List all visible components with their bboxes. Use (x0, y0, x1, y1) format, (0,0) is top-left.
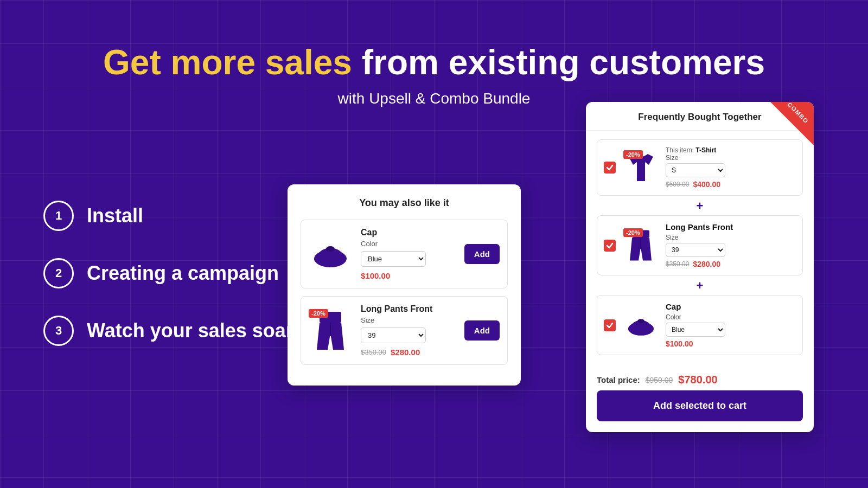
plus-divider-1: + (597, 199, 803, 213)
upsell-cap-price-sale: $100.00 (361, 271, 390, 280)
step-2: 2 Creating a campaign (43, 258, 293, 288)
upsell-item-cap: Cap Color Blue Red Black $100.00 Add (301, 220, 508, 288)
combo-item-cap: Cap Color Blue Red Black $100.00 (597, 295, 803, 355)
upsell-pants-add-button[interactable]: Add (464, 320, 500, 341)
upsell-pants-price-sale: $280.00 (391, 348, 420, 357)
combo-cap-prices: $100.00 (666, 339, 796, 348)
cap-svg-combo (626, 312, 656, 338)
hero-title-white2: from existing customers (362, 43, 765, 82)
total-sale: $780.00 (678, 374, 717, 386)
combo-body: -20% This item: T-Shirt Size S M L $500.… (586, 131, 814, 367)
upsell-pants-name: Long Pants Front (361, 304, 456, 314)
upsell-pants-price-original: $350.00 (361, 348, 386, 356)
step-1: 1 Install (43, 201, 293, 231)
checkbox-check-icon-2 (606, 242, 614, 249)
combo-tshirt-prices: $500.00 $400.00 (666, 180, 796, 189)
step-3: 3 Watch your sales soar (43, 316, 293, 346)
combo-cap-details: Cap Color Blue Red Black $100.00 (666, 302, 796, 348)
add-to-cart-button[interactable]: Add selected to cart (597, 390, 803, 421)
combo-tshirt-price-sale: $400.00 (693, 180, 720, 189)
upsell-widget-title: You may also like it (301, 197, 508, 209)
combo-pants-size-select[interactable]: 39 40 41 (666, 243, 725, 257)
step-1-label: Install (87, 204, 143, 227)
combo-pants-discount: -20% (623, 228, 643, 237)
hero-title: Get more sales from existing customers (0, 43, 868, 81)
combo-pants-details: Long Pants Front Size 39 40 41 $350.00 $… (666, 222, 796, 268)
steps-section: 1 Install 2 Creating a campaign 3 Watch … (43, 201, 293, 346)
upsell-pants-discount-badge: -20% (309, 309, 328, 318)
combo-pants-attr-label: Size (666, 234, 796, 241)
total-row: Total price: $950.00 $780.00 (586, 367, 814, 390)
combo-item-pants: -20% Long Pants Front Size 39 40 41 $350… (597, 215, 803, 275)
combo-cap-attr-label: Color (666, 313, 796, 321)
upsell-cap-prices: $100.00 (361, 271, 456, 280)
step-2-label: Creating a campaign (87, 262, 279, 285)
checkbox-check-icon (606, 164, 614, 171)
combo-tshirt-details: This item: T-Shirt Size S M L $500.00 $4… (666, 146, 796, 189)
upsell-cap-name: Cap (361, 228, 456, 237)
svg-rect-8 (628, 327, 639, 330)
upsell-pants-details: Long Pants Front Size 39 40 41 $350.00 $… (361, 304, 456, 357)
combo-cap-color-select[interactable]: Blue Red Black (666, 323, 725, 337)
total-original: $950.00 (646, 376, 673, 384)
hero-title-highlight: Get more sales (103, 43, 352, 82)
combo-cap-image (623, 308, 658, 343)
upsell-cap-image (309, 233, 352, 276)
combo-pants-prices: $350.00 $280.00 (666, 260, 796, 268)
combo-tshirt-checkbox[interactable] (604, 162, 616, 174)
combo-pants-name: Long Pants Front (666, 222, 796, 232)
step-2-circle: 2 (43, 258, 74, 288)
hero-section: Get more sales from existing customers w… (0, 43, 868, 107)
combo-tshirt-attr-label: Size (666, 154, 796, 162)
svg-point-2 (326, 246, 335, 252)
combo-widget: COMBO Frequently Bought Together -20% Th… (586, 102, 814, 432)
combo-cap-name: Cap (666, 302, 796, 311)
upsell-cap-details: Cap Color Blue Red Black $100.00 (361, 228, 456, 280)
upsell-cap-color-select[interactable]: Blue Red Black (361, 251, 426, 267)
combo-cap-checkbox[interactable] (604, 319, 616, 331)
upsell-cap-add-button[interactable]: Add (464, 244, 500, 264)
combo-cap-price-sale: $100.00 (666, 339, 693, 348)
combo-tshirt-price-orig: $500.00 (666, 181, 689, 188)
cap-svg-upsell (311, 238, 349, 271)
upsell-pants-attr-label: Size (361, 316, 456, 324)
step-3-circle: 3 (43, 316, 74, 346)
upsell-cap-attr-label: Color (361, 240, 456, 248)
plus-divider-2: + (597, 279, 803, 293)
combo-pants-price-sale: $280.00 (693, 260, 720, 268)
step-3-label: Watch your sales soar (87, 319, 293, 342)
upsell-item-pants: -20% Long Pants Front Size 39 40 41 $350… (301, 296, 508, 365)
checkbox-check-icon-3 (606, 322, 614, 329)
combo-item-tshirt: -20% This item: T-Shirt Size S M L $500.… (597, 139, 803, 196)
combo-tshirt-item-label: This item: T-Shirt (666, 146, 796, 154)
combo-tshirt-discount: -20% (623, 150, 643, 159)
combo-pants-price-orig: $350.00 (666, 260, 689, 268)
upsell-pants-prices: $350.00 $280.00 (361, 348, 456, 357)
svg-point-9 (637, 319, 644, 323)
combo-badge-container: COMBO (770, 102, 814, 145)
combo-pants-image: -20% (623, 228, 658, 263)
combo-tshirt-image: -20% (623, 150, 658, 185)
total-label: Total price: (597, 375, 640, 384)
combo-pants-checkbox[interactable] (604, 240, 616, 252)
upsell-pants-size-select[interactable]: 39 40 41 (361, 328, 426, 343)
svg-rect-1 (314, 257, 328, 261)
step-1-circle: 1 (43, 201, 74, 231)
upsell-pants-image: -20% (309, 309, 352, 352)
upsell-widget: You may also like it Cap Color Blue Red … (288, 184, 521, 386)
combo-tshirt-size-select[interactable]: S M L (666, 163, 725, 177)
